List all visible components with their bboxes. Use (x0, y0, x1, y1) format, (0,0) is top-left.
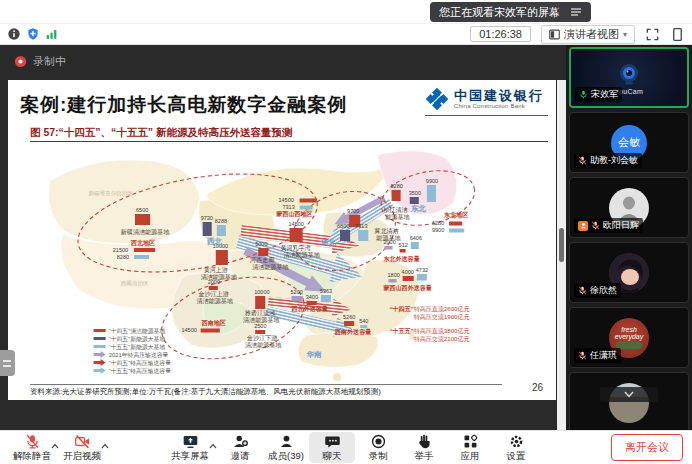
start-video-button[interactable]: 开启视频 (59, 432, 105, 463)
watching-notification[interactable]: 您正在观看宋效军的屏幕 (430, 2, 591, 22)
chevron-down-icon: ▾ (623, 30, 627, 39)
participants-sidebar: YouCam 宋效军 会敏 助教-刘会敏 欧阳日辉 (566, 45, 692, 430)
security-shield-icon[interactable] (26, 27, 40, 41)
flow-dongbei: 2000 512 6406 东北外送容量 (382, 235, 422, 263)
chat-label: 聊天 (323, 450, 342, 463)
svg-text:5260: 5260 (343, 314, 355, 320)
svg-text:9900: 9900 (432, 227, 444, 233)
unmute-label: 解除静音 (13, 450, 51, 463)
svg-text:特高压交流1900亿元: 特高压交流1900亿元 (414, 313, 470, 321)
svg-text:东北地区: 东北地区 (443, 211, 468, 219)
svg-text:清洁能源基地: 清洁能源基地 (283, 251, 320, 259)
svg-text:8288: 8288 (215, 218, 227, 224)
recording-label: 录制中 (33, 54, 66, 69)
raise-hand-button[interactable]: 举手 (401, 432, 447, 463)
svg-text:6800: 6800 (337, 223, 349, 229)
svg-text:“十四五”新能源大基地: “十四五”新能源大基地 (109, 335, 166, 343)
svg-text:14500: 14500 (289, 221, 304, 227)
svg-text:冀北清洁: 冀北清洁 (374, 227, 398, 235)
host-badge-icon (578, 221, 588, 231)
participant-name: 助教-刘会敏 (590, 154, 638, 167)
invite-icon (232, 433, 249, 450)
participant-nametag: 欧阳日辉 (574, 218, 643, 233)
participant-tile-liu-huimin[interactable]: 会敏 助教-刘会敏 (569, 112, 689, 173)
members-button[interactable]: 成员(39) (263, 432, 309, 463)
share-screen-icon (182, 433, 199, 450)
participant-name: 徐欣然 (590, 284, 617, 297)
record-button[interactable]: 录制 (355, 432, 401, 463)
ccb-logo-icon (425, 87, 449, 111)
settings-button[interactable]: 设置 (493, 432, 539, 463)
top-strip: 您正在观看宋效军的屏幕 (0, 0, 692, 24)
source-note: 资料来源:光大证券研究所预测;单位:万千瓦(备注:基于九大清洁能源基地、风电光伏… (30, 384, 502, 397)
stats-dongbei-region: 东北地区 6280 9900 (432, 211, 468, 233)
participant-tile-ren-xiaoqi[interactable]: fresh everyday 任潇琪 (569, 307, 689, 368)
network-signal-icon[interactable] (45, 27, 59, 41)
fullscreen-button[interactable] (645, 27, 660, 42)
china-energy-map: 新疆维吾尔自治区 西藏自治区 (36, 143, 541, 383)
start-video-label: 开启视频 (63, 450, 101, 463)
svg-text:6280: 6280 (432, 220, 444, 226)
chat-button[interactable]: 聊天 (309, 432, 355, 463)
watching-text: 您正在观看宋效军的屏幕 (439, 5, 560, 20)
svg-text:西藏自治区: 西藏自治区 (121, 280, 149, 287)
share-screen-label: 共享屏幕 (171, 450, 209, 463)
meeting-toolbar: 解除静音 开启视频 共享屏幕 邀请 成员(39) 聊天 录制 举手 (0, 430, 692, 464)
video-options-chevron[interactable] (101, 435, 109, 453)
fullscreen-icon (645, 27, 660, 42)
apps-button[interactable]: 应用 (447, 432, 493, 463)
svg-text:6280: 6280 (391, 183, 403, 189)
members-icon (278, 433, 295, 450)
svg-text:“十四五”: “十四五” (390, 305, 414, 313)
share-screen-button[interactable]: 共享屏幕 (167, 432, 213, 463)
invite-button[interactable]: 邀请 (217, 432, 263, 463)
svg-text:3400: 3400 (306, 294, 318, 300)
svg-text:2000: 2000 (383, 239, 395, 245)
svg-text:“十五五”特高压输送容量: “十五五”特高压输送容量 (109, 367, 171, 375)
participant-tile-ouyang-rihui[interactable]: 欧阳日辉 (569, 177, 689, 238)
svg-text:清洁能源基地: 清洁能源基地 (252, 263, 289, 271)
svg-text:东北外送容量: 东北外送容量 (382, 255, 419, 263)
svg-text:能源基地: 能源基地 (385, 213, 410, 221)
svg-text:2500: 2500 (254, 323, 266, 329)
svg-text:540: 540 (359, 318, 368, 324)
participant-tile-song-xiaojun[interactable]: YouCam 宋效军 (569, 47, 689, 108)
collapsed-panel-handle[interactable] (0, 350, 15, 376)
list-icon[interactable] (570, 6, 582, 18)
layout-icon (549, 29, 560, 40)
ccb-logo-en: China Construction Bank (454, 103, 544, 109)
collapse-videos-button[interactable] (600, 387, 658, 402)
record-dot-icon (14, 55, 27, 68)
svg-text:6406: 6406 (410, 235, 422, 241)
meeting-info-icon[interactable] (7, 27, 21, 41)
apps-label: 应用 (461, 450, 480, 463)
svg-text:“十四五”清洁能源基地: “十四五”清洁能源基地 (109, 327, 166, 335)
svg-text:3500: 3500 (409, 190, 421, 196)
svg-text:新疆清洁能源基地: 新疆清洁能源基地 (121, 228, 170, 236)
view-mode-selector[interactable]: 演讲者视图 ▾ (541, 25, 635, 44)
record-label: 录制 (369, 450, 388, 463)
svg-text:蒙西山西地区: 蒙西山西地区 (275, 210, 312, 218)
svg-text:西北: 西北 (207, 237, 223, 246)
map-legend: “十四五”清洁能源基地 “十四五”新能源大基地 “十五五”新能源大基地 2021… (94, 327, 172, 375)
leave-meeting-button[interactable]: 离开会议 (611, 434, 683, 461)
apps-icon (462, 433, 479, 450)
svg-text:蒙西山西外送容量: 蒙西山西外送容量 (382, 284, 431, 292)
share-scrollbar[interactable] (557, 80, 566, 430)
slide-title: 案例:建行加持长高电新数字金融案例 (20, 92, 347, 118)
participant-tile-xu-xinran[interactable]: 徐欣然 (569, 242, 689, 303)
mic-muted-icon (591, 221, 600, 230)
shared-screen-area: 录制中 案例:建行加持长高电新数字金融案例 中国建设银行 China Const… (0, 45, 566, 430)
svg-text:东北: 东北 (411, 204, 427, 213)
participant-name: 欧阳日辉 (603, 219, 639, 232)
sidebar-toggle-button[interactable] (670, 27, 685, 42)
mic-options-chevron[interactable] (51, 435, 59, 453)
svg-text:7313: 7313 (355, 223, 367, 229)
members-label: 成员(39) (268, 450, 304, 463)
share-options-chevron[interactable] (209, 435, 217, 453)
participant-tile-partial[interactable] (569, 372, 689, 430)
page-number: 26 (532, 382, 543, 393)
share-scrollbar-thumb[interactable] (559, 228, 564, 262)
participant-nametag: 徐欣然 (574, 283, 621, 298)
unmute-button[interactable]: 解除静音 (9, 432, 55, 463)
